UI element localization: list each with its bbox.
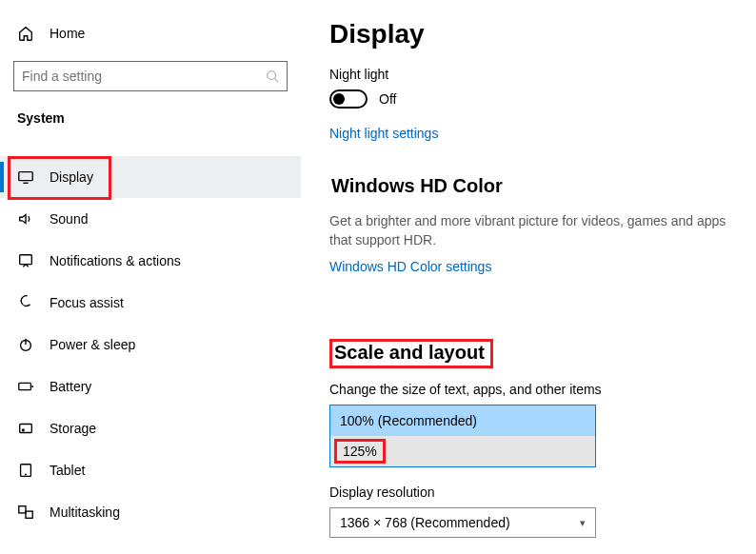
- sidebar-item-power-sleep[interactable]: Power & sleep: [0, 324, 301, 366]
- night-light-settings-link[interactable]: Night light settings: [329, 126, 756, 141]
- sidebar-item-label: Power & sleep: [50, 337, 135, 352]
- sidebar-item-label: Display: [50, 169, 93, 185]
- home-nav[interactable]: Home: [0, 21, 301, 46]
- svg-rect-4: [19, 383, 31, 389]
- search-box[interactable]: [13, 61, 288, 91]
- svg-rect-9: [26, 511, 32, 518]
- sidebar-item-tablet[interactable]: Tablet: [0, 449, 301, 491]
- sidebar-item-notifications[interactable]: Notifications & actions: [0, 240, 301, 282]
- annotation-highlight-125: 125%: [334, 439, 386, 464]
- night-light-state: Off: [379, 91, 396, 107]
- storage-icon: [17, 420, 34, 437]
- settings-main: Display Night light Off Night light sett…: [301, 0, 756, 554]
- power-icon: [17, 336, 34, 353]
- sidebar-item-label: Storage: [50, 421, 96, 436]
- night-light-label: Night light: [329, 67, 756, 82]
- sidebar-item-battery[interactable]: Battery: [0, 366, 301, 407]
- scale-option-125[interactable]: 125%: [330, 436, 595, 466]
- resolution-value: 1366 × 768 (Recommended): [340, 515, 510, 530]
- svg-rect-2: [20, 255, 32, 265]
- hd-color-settings-link[interactable]: Windows HD Color settings: [329, 259, 756, 274]
- svg-point-6: [22, 429, 24, 431]
- sidebar-item-label: Battery: [50, 379, 91, 394]
- sidebar-item-label: Focus assist: [50, 295, 124, 310]
- multitasking-icon: [17, 504, 34, 521]
- scale-option-100[interactable]: 100% (Recommended): [330, 406, 595, 436]
- scale-dropdown-open[interactable]: 100% (Recommended) 125%: [329, 405, 596, 467]
- battery-icon: [17, 378, 34, 395]
- option-label: 100% (Recommended): [340, 413, 477, 428]
- sidebar-item-display[interactable]: Display: [0, 156, 301, 198]
- sidebar-item-multitasking[interactable]: Multitasking: [0, 491, 301, 533]
- sidebar-section-title: System: [0, 110, 301, 126]
- night-light-toggle[interactable]: [329, 89, 368, 109]
- night-light-row: Off: [329, 89, 756, 109]
- option-label: 125%: [343, 444, 377, 459]
- home-icon: [17, 25, 34, 42]
- resolution-select[interactable]: 1366 × 768 (Recommended) ▾: [329, 507, 596, 538]
- svg-rect-8: [19, 506, 26, 513]
- settings-sidebar: Home System Display Sound Notifications …: [0, 0, 301, 554]
- search-input[interactable]: [22, 69, 266, 84]
- sidebar-item-label: Notifications & actions: [50, 253, 181, 268]
- hd-color-heading: Windows HD Color: [329, 175, 508, 199]
- search-icon: [266, 69, 279, 83]
- hd-color-desc: Get a brighter and more vibrant picture …: [329, 212, 739, 249]
- resolution-label: Display resolution: [329, 485, 756, 500]
- display-icon: [17, 168, 34, 186]
- search-container: [13, 61, 288, 91]
- svg-rect-1: [19, 172, 32, 181]
- home-label: Home: [50, 26, 85, 41]
- svg-point-0: [268, 71, 276, 80]
- sidebar-item-label: Tablet: [50, 463, 85, 478]
- tablet-icon: [17, 462, 34, 479]
- sidebar-item-label: Sound: [50, 211, 88, 227]
- page-title: Display: [329, 19, 756, 49]
- sidebar-item-label: Multitasking: [50, 505, 120, 520]
- sound-icon: [17, 210, 34, 228]
- notifications-icon: [17, 252, 34, 269]
- scale-layout-heading: Scale and layout: [329, 339, 493, 368]
- chevron-down-icon: ▾: [580, 517, 586, 529]
- sidebar-item-focus-assist[interactable]: Focus assist: [0, 282, 301, 324]
- focus-assist-icon: [17, 294, 34, 311]
- change-size-label: Change the size of text, apps, and other…: [329, 382, 756, 397]
- svg-rect-5: [20, 425, 32, 433]
- sidebar-item-storage[interactable]: Storage: [0, 407, 301, 449]
- toggle-knob: [333, 93, 345, 105]
- sidebar-item-sound[interactable]: Sound: [0, 198, 301, 240]
